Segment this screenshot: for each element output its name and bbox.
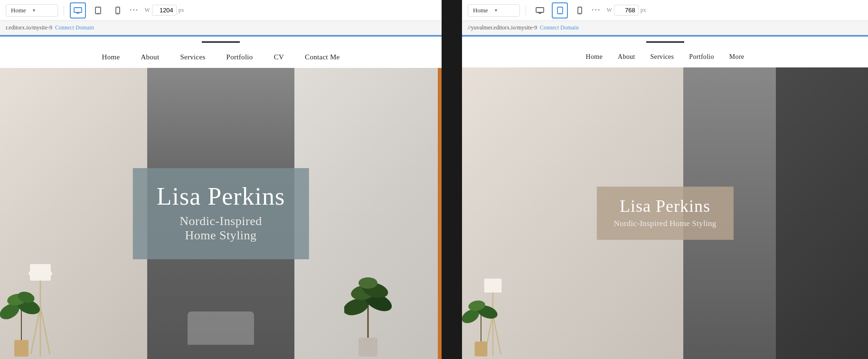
right-nav-about[interactable]: About bbox=[610, 51, 643, 63]
desktop-view-button[interactable] bbox=[70, 2, 86, 19]
svg-point-32 bbox=[579, 12, 580, 13]
svg-point-4 bbox=[97, 12, 98, 13]
right-address-bar: //yuvalmer.editorx.io/mysite-9 Connect D… bbox=[462, 21, 868, 35]
tablet-icon-right bbox=[557, 7, 563, 14]
desktop-icon-right bbox=[536, 7, 544, 14]
width-group: W px bbox=[145, 5, 184, 16]
right-plant-left-svg bbox=[462, 274, 500, 359]
right-hero-subtitle: Nordic-Inspired Home Styling bbox=[613, 219, 716, 228]
tablet-view-button-right[interactable] bbox=[552, 2, 568, 19]
page-select-value-right: Home bbox=[473, 7, 493, 14]
hero-seg-1 bbox=[0, 68, 147, 359]
right-nav-home[interactable]: Home bbox=[578, 51, 610, 63]
page-select-left[interactable]: Home ▾ bbox=[6, 4, 58, 17]
mobile-icon-right bbox=[577, 7, 582, 14]
w-label-right: W bbox=[607, 7, 612, 14]
mobile-view-button[interactable] bbox=[110, 2, 126, 19]
right-panel: Home ▾ ··· W bbox=[462, 0, 868, 359]
more-options-button[interactable]: ··· bbox=[130, 5, 139, 15]
right-nav: Home About Services Portfolio More bbox=[462, 37, 868, 67]
left-hero: Lisa Perkins Nordic-Inspired Home Stylin… bbox=[0, 68, 442, 359]
page-select-value: Home bbox=[11, 7, 31, 14]
nav-contact[interactable]: Contact Me bbox=[294, 51, 350, 63]
right-nav-more[interactable]: More bbox=[722, 51, 752, 63]
sofa-shape bbox=[188, 312, 254, 345]
desktop-view-button-right[interactable] bbox=[532, 2, 548, 19]
left-nav: Home About Services Portfolio CV Contact… bbox=[0, 37, 442, 68]
nav-cv[interactable]: CV bbox=[264, 51, 294, 63]
right-site-content: Home About Services Portfolio More bbox=[462, 37, 868, 359]
svg-point-30 bbox=[559, 12, 560, 13]
tablet-icon bbox=[95, 7, 101, 14]
right-nav-logo-line bbox=[646, 41, 684, 43]
nav-services[interactable]: Services bbox=[170, 51, 216, 63]
svg-rect-19 bbox=[359, 338, 377, 357]
nav-about[interactable]: About bbox=[130, 51, 170, 63]
panel-separator bbox=[442, 0, 462, 359]
svg-rect-13 bbox=[14, 340, 28, 357]
left-domain: r.editorx.io/mysite-9 bbox=[6, 24, 52, 31]
nav-logo-line bbox=[202, 41, 240, 43]
right-nav-links: Home About Services Portfolio More bbox=[578, 47, 752, 67]
right-hero-seg-3 bbox=[776, 67, 868, 359]
left-nav-links: Home About Services Portfolio CV Contact… bbox=[92, 47, 350, 68]
left-hero-name: Lisa Perkins bbox=[157, 182, 285, 210]
width-input[interactable] bbox=[152, 5, 177, 16]
desktop-icon bbox=[74, 7, 82, 14]
more-options-button-right[interactable]: ··· bbox=[592, 5, 601, 15]
svg-point-6 bbox=[117, 12, 118, 13]
px-label: px bbox=[179, 7, 184, 14]
right-hero: Lisa Perkins Nordic-Inspired Home Stylin… bbox=[462, 67, 868, 359]
width-input-right[interactable] bbox=[614, 5, 639, 16]
orange-strip bbox=[438, 68, 442, 359]
right-domain: //yuvalmer.editorx.io/mysite-9 bbox=[468, 24, 537, 31]
left-hero-subtitle: Nordic-Inspired Home Styling bbox=[157, 214, 285, 243]
nav-home[interactable]: Home bbox=[92, 51, 131, 63]
chevron-down-icon-right: ▾ bbox=[495, 8, 515, 13]
svg-rect-0 bbox=[74, 8, 82, 12]
mobile-view-button-right[interactable] bbox=[572, 2, 588, 19]
right-toolbar: Home ▾ ··· W bbox=[462, 0, 868, 21]
left-panel: Home ▾ ··· W bbox=[0, 0, 442, 359]
tablet-view-button[interactable] bbox=[90, 2, 106, 19]
right-connect-domain[interactable]: Connect Domain bbox=[540, 24, 579, 31]
left-site-content: Home About Services Portfolio CV Contact… bbox=[0, 37, 442, 359]
left-address-bar: r.editorx.io/mysite-9 Connect Domain bbox=[0, 21, 442, 35]
mobile-icon bbox=[115, 7, 120, 14]
left-connect-domain[interactable]: Connect Domain bbox=[55, 24, 94, 31]
toolbar-divider-1 bbox=[64, 6, 64, 15]
right-hero-name: Lisa Perkins bbox=[613, 196, 716, 216]
px-label-right: px bbox=[641, 7, 646, 14]
left-hero-overlay: Lisa Perkins Nordic-Inspired Home Stylin… bbox=[133, 168, 309, 259]
width-group-right: W px bbox=[607, 5, 646, 16]
w-label: W bbox=[145, 7, 150, 14]
svg-rect-26 bbox=[536, 8, 544, 12]
toolbar-divider-right bbox=[526, 6, 526, 15]
page-select-right[interactable]: Home ▾ bbox=[468, 4, 520, 17]
svg-rect-38 bbox=[475, 341, 488, 356]
svg-point-25 bbox=[359, 277, 377, 289]
plant-pot-svg bbox=[344, 245, 392, 359]
plant-left-svg bbox=[0, 264, 43, 359]
right-hero-overlay: Lisa Perkins Nordic-Inspired Home Stylin… bbox=[596, 187, 733, 240]
nav-portfolio[interactable]: Portfolio bbox=[216, 51, 264, 63]
chevron-down-icon: ▾ bbox=[33, 8, 53, 13]
right-nav-portfolio[interactable]: Portfolio bbox=[681, 51, 721, 63]
left-toolbar: Home ▾ ··· W bbox=[0, 0, 442, 21]
hero-seg-3 bbox=[294, 68, 442, 359]
right-nav-services[interactable]: Services bbox=[643, 51, 682, 63]
